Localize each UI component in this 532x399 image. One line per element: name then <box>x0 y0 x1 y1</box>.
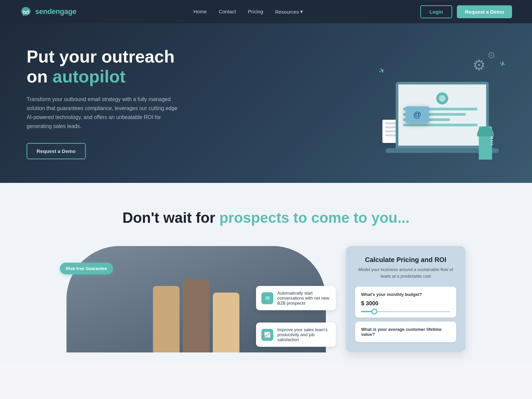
screen-avatar-icon <box>436 92 448 104</box>
feature-icon-2: 📈 <box>261 329 273 341</box>
person-silhouette-2 <box>183 279 209 352</box>
person-silhouette-3 <box>213 293 239 352</box>
nav-item-contact[interactable]: Contact <box>219 9 236 15</box>
logo[interactable]: sendengage <box>20 6 76 18</box>
nav-item-pricing[interactable]: Pricing <box>248 9 263 15</box>
mailbox-decoration: MAIL <box>479 126 492 160</box>
lifetime-value-field: What is your average customer lifetime v… <box>355 322 456 342</box>
hero-illustration: ⚙ ⚙ ✈ ✈ @ MAIL <box>372 47 512 160</box>
photo-side: Risk-free Guarantee ✉ Automatically star… <box>66 246 326 352</box>
calculator-side: Calculate Pricing and ROI Model your bus… <box>346 246 466 352</box>
hero-title: Put your outreach on autopilot <box>27 47 180 87</box>
logo-icon <box>20 6 32 18</box>
mailbox-label: MAIL <box>490 136 494 146</box>
chevron-down-icon: ▾ <box>300 9 303 15</box>
budget-field: What's your monthly budget? $ 3000 <box>355 287 456 318</box>
feature-card-1: ✉ Automatically start conversations with… <box>256 286 336 310</box>
nav-item-resources[interactable]: Resources ▾ <box>275 9 303 15</box>
section2-body: Risk-free Guarantee ✉ Automatically star… <box>66 246 466 352</box>
gear-icon-large: ⚙ <box>472 57 485 73</box>
value-proposition-section: Don't wait for prospects to come to you.… <box>0 183 532 366</box>
login-button[interactable]: Login <box>420 5 453 18</box>
feature-icon-1: ✉ <box>261 292 273 304</box>
nav-links: Home Contact Pricing Resources ▾ <box>194 9 303 15</box>
screen-bar <box>403 124 477 126</box>
budget-field-label: What's your monthly budget? <box>361 292 450 297</box>
risk-free-badge: Risk-free Guarantee <box>60 263 113 274</box>
plane-icon-right: ✈ <box>498 59 507 69</box>
calculator-card: Calculate Pricing and ROI Model your bus… <box>346 246 466 352</box>
slider-thumb[interactable] <box>371 309 377 315</box>
hero-subtitle: Transform your outbound email strategy w… <box>27 95 180 131</box>
feature-card-2: 📈 Improve your sales team's productivity… <box>256 323 336 347</box>
section2-title: Don't wait for prospects to come to you.… <box>20 209 512 226</box>
envelope-decoration: @ <box>406 106 429 123</box>
person-silhouette-1 <box>153 286 180 352</box>
budget-value: $ 3000 <box>361 300 450 307</box>
plane-icon-left: ✈ <box>377 66 387 76</box>
hero-section: Put your outreach on autopilot Transform… <box>0 23 532 183</box>
people-silhouettes <box>153 279 239 352</box>
request-demo-nav-button[interactable]: Request a Demo <box>457 5 512 18</box>
logo-text: sendengage <box>35 7 76 16</box>
navbar: sendengage Home Contact Pricing Resource… <box>0 0 532 23</box>
nav-item-home[interactable]: Home <box>194 9 207 15</box>
calculator-subtitle: Model your business around a sustainable… <box>355 266 456 279</box>
budget-slider-track[interactable] <box>361 311 450 312</box>
calculator-title: Calculate Pricing and ROI <box>355 256 456 264</box>
hero-cta-button[interactable]: Request a Demo <box>27 143 86 159</box>
lifetime-value-label: What is your average customer lifetime v… <box>361 327 450 337</box>
hero-content: Put your outreach on autopilot Transform… <box>27 47 180 159</box>
nav-actions: Login Request a Demo <box>420 5 512 18</box>
mailbox-head <box>477 126 494 136</box>
gear-icon-small: ⚙ <box>487 50 495 61</box>
